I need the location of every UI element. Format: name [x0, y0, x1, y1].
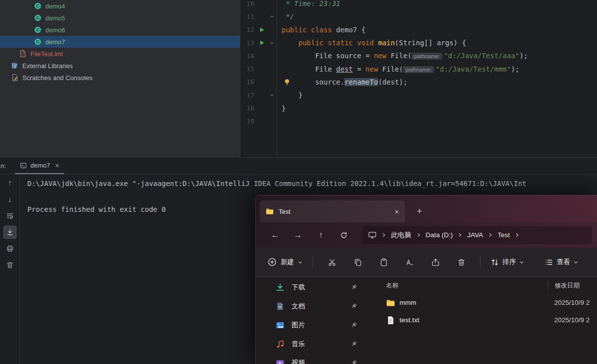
paste-button[interactable]: [371, 253, 397, 271]
breadcrumb-item-此电脑[interactable]: 此电脑: [391, 231, 411, 240]
code-token: File(: [378, 65, 403, 73]
code-token: renameTo: [344, 78, 378, 86]
explorer-toolbar: 新建 排序 查看: [256, 248, 597, 277]
music-icon: [276, 340, 285, 349]
run-gutter-icon[interactable]: [256, 27, 267, 33]
up-button[interactable]: ↑: [312, 227, 329, 244]
sidebar-item-label: 下载: [292, 283, 305, 292]
line-number: 11: [240, 13, 254, 20]
downloads-icon: [276, 283, 285, 292]
sidebar-item-图片[interactable]: 图片: [256, 316, 371, 335]
pin-icon[interactable]: [350, 303, 357, 310]
file-list: 名称 修改日期 mmm2025/10/9 2test.txt2025/10/9 …: [371, 277, 597, 364]
close-icon[interactable]: ×: [395, 207, 399, 216]
tree-item-demo6[interactable]: Cdemo6: [0, 24, 240, 36]
sidebar-item-label: 图片: [292, 321, 305, 330]
run-gutter-icon[interactable]: [256, 40, 267, 46]
rename-button[interactable]: [397, 253, 422, 271]
pin-icon[interactable]: [350, 341, 357, 348]
share-button[interactable]: [422, 253, 448, 271]
file-row-test.txt[interactable]: test.txt2025/10/9 2: [386, 311, 597, 329]
editor-line: 17 }: [240, 89, 597, 101]
sidebar-item-label: 视频: [292, 359, 305, 364]
view-button[interactable]: 查看: [541, 255, 582, 270]
console-toolbar: ↑↓: [0, 175, 20, 364]
explorer-tab-test[interactable]: Test ×: [260, 200, 405, 222]
print-icon: [6, 245, 14, 253]
back-button[interactable]: ←: [267, 227, 284, 244]
fold-icon[interactable]: [267, 93, 277, 97]
pin-icon[interactable]: [350, 322, 357, 329]
videos-icon: [276, 359, 285, 364]
code-text: public class demo7 {: [277, 26, 366, 34]
code-token: =: [353, 65, 365, 73]
down-stack-trace-button[interactable]: ↓: [3, 193, 16, 206]
code-token: public: [282, 26, 307, 34]
forward-button[interactable]: →: [290, 227, 306, 244]
line-number: 13: [240, 39, 254, 47]
sort-button[interactable]: 排序: [487, 255, 528, 270]
pin-icon[interactable]: [350, 284, 357, 291]
close-icon[interactable]: ×: [55, 162, 59, 170]
tree-item-FileTest.iml[interactable]: FileTest.iml: [0, 48, 240, 60]
column-header-date[interactable]: 修改日期: [548, 281, 580, 290]
project-tree: Cdemo4Cdemo5Cdemo6Cdemo7FileTest.imlExte…: [0, 0, 240, 84]
rename-icon: [405, 258, 414, 267]
code-token: pathname:: [403, 66, 434, 73]
tree-item-label: External Libraries: [22, 62, 73, 70]
code-text: public static void main(String[] args) {: [277, 39, 466, 47]
tree-item-External Libraries[interactable]: External Libraries: [0, 60, 240, 72]
sort-icon: [491, 258, 499, 267]
class-icon: C: [34, 38, 42, 46]
screen: Cdemo4Cdemo5Cdemo6Cdemo7FileTest.imlExte…: [0, 0, 597, 364]
scroll-to-end-button[interactable]: [3, 226, 16, 239]
address-breadcrumb[interactable]: 此电脑Data (D:)JAVATest: [362, 226, 592, 244]
sidebar-item-文档[interactable]: 文档: [256, 297, 371, 316]
tree-item-demo4[interactable]: Cdemo4: [0, 0, 240, 12]
console-tab-demo7[interactable]: demo7 ×: [15, 158, 64, 174]
sidebar-item-音乐[interactable]: 音乐: [256, 335, 371, 354]
file-row-mmm[interactable]: mmm2025/10/9 2: [386, 294, 597, 311]
view-button-label: 查看: [557, 258, 570, 267]
code-token: class: [311, 26, 332, 34]
tree-item-demo5[interactable]: Cdemo5: [0, 12, 240, 24]
code-text: File dest = new File(pathname:"d:/Java/T…: [277, 65, 519, 73]
clear-all-button[interactable]: [3, 259, 16, 272]
breadcrumb-item-Data (D:)[interactable]: Data (D:): [426, 231, 453, 239]
fold-icon[interactable]: [267, 41, 277, 45]
tree-item-label: demo5: [45, 14, 65, 22]
tree-item-demo7[interactable]: Cdemo7: [0, 36, 240, 48]
code-token: new: [374, 52, 386, 60]
delete-button[interactable]: [448, 253, 474, 271]
code-editor[interactable]: 10 * Time: 23:3111 */12public class demo…: [240, 0, 597, 157]
tree-item-Scratches and Consoles[interactable]: Scratches and Consoles: [0, 72, 240, 84]
delete-icon: [457, 258, 466, 267]
new-tab-button[interactable]: +: [412, 204, 427, 219]
intention-bulb-icon[interactable]: [284, 79, 290, 86]
breadcrumb-item-JAVA[interactable]: JAVA: [467, 231, 483, 239]
up-stack-trace-button[interactable]: ↑: [3, 177, 16, 189]
cut-button[interactable]: [319, 253, 345, 271]
fold-icon[interactable]: [267, 14, 277, 19]
copy-button[interactable]: [345, 253, 371, 271]
column-header-name[interactable]: 名称: [386, 281, 548, 290]
soft-wrap-button[interactable]: [3, 209, 16, 222]
print-button[interactable]: [3, 242, 16, 255]
new-button[interactable]: 新建: [264, 255, 306, 270]
explorer-sidebar: 下载文档图片音乐视频: [256, 277, 371, 364]
code-token: (String[] args) {: [395, 39, 466, 47]
code-token: (dest);: [378, 78, 407, 86]
editor-line: 11 */: [240, 10, 597, 23]
code-text: File source = new File(pathname:"d:/Java…: [277, 52, 528, 60]
class-icon: C: [34, 2, 42, 10]
file-rows: mmm2025/10/9 2test.txt2025/10/9 2: [386, 294, 597, 329]
refresh-button[interactable]: [335, 227, 352, 244]
sort-button-label: 排序: [502, 258, 516, 267]
code-token: }: [282, 91, 302, 99]
sidebar-item-下载[interactable]: 下载: [256, 278, 371, 297]
sidebar-item-视频[interactable]: 视频: [256, 354, 371, 364]
editor-line: 10 * Time: 23:31: [240, 0, 597, 10]
breadcrumb-item-Test[interactable]: Test: [498, 231, 510, 239]
pin-icon[interactable]: [350, 360, 357, 364]
editor-line: 14 File source = new File(pathname:"d:/J…: [240, 49, 597, 62]
